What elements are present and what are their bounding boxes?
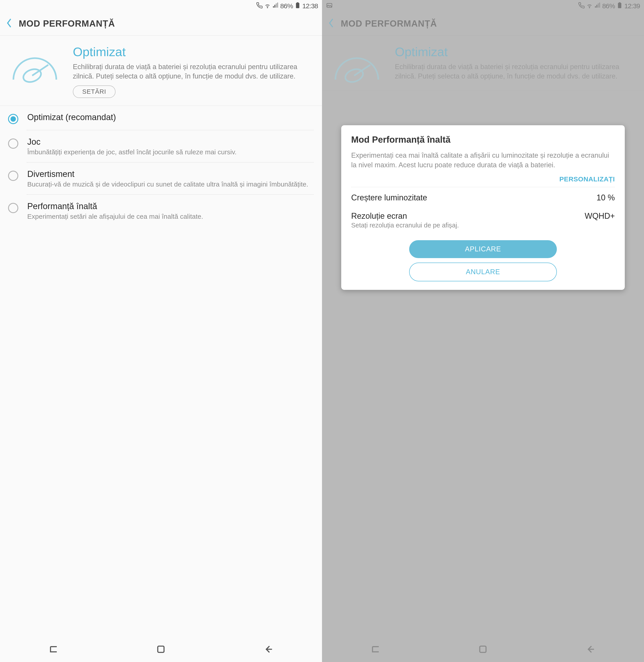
screen-left: 86% 12:38 MOD PERFORMANȚĂ xyxy=(0,0,322,662)
cancel-button[interactable]: ANULARE xyxy=(409,263,557,281)
hero-title: Optimizat xyxy=(73,45,314,59)
performance-dialog: Mod Performanță înaltă Experimentați cea… xyxy=(341,125,625,290)
option-performanta-inalta[interactable]: Performanță înaltă Experimentați setări … xyxy=(0,195,322,226)
customize-link[interactable]: PERSONALIZAȚI xyxy=(351,173,615,187)
svg-rect-2 xyxy=(297,2,299,3)
radio-icon[interactable] xyxy=(8,171,18,181)
apply-button[interactable]: APLICARE xyxy=(409,240,557,258)
option-title: Optimizat (recomandat) xyxy=(27,112,314,122)
dialog-description: Experimentați cea mai înaltă calitate a … xyxy=(351,151,615,170)
option-title: Performanță înaltă xyxy=(27,201,314,211)
option-desc: Îmbunătățiți experiența de joc, astfel î… xyxy=(27,148,314,156)
svg-rect-1 xyxy=(296,3,299,8)
brightness-row[interactable]: Creștere luminozitate 10 % xyxy=(351,187,615,202)
svg-rect-5 xyxy=(158,646,164,653)
option-joc[interactable]: Joc Îmbunătățiți experiența de joc, astf… xyxy=(0,130,322,162)
radio-icon[interactable] xyxy=(8,138,18,149)
radio-selected-icon[interactable] xyxy=(8,114,18,124)
dialog-title: Mod Performanță înaltă xyxy=(351,135,615,145)
option-title: Joc xyxy=(27,137,314,147)
option-desc: Bucurați-vă de muzică și de videoclipuri… xyxy=(27,180,314,189)
nav-bar xyxy=(0,637,322,662)
option-desc: Experimentați setări ale afișajului de c… xyxy=(27,212,314,221)
hero-description: Echilibrați durata de viață a bateriei ș… xyxy=(73,62,314,81)
settings-button[interactable]: SETĂRI xyxy=(73,85,116,98)
option-divertisment[interactable]: Divertisment Bucurați-vă de muzică și de… xyxy=(0,162,322,194)
hero-section: Optimizat Echilibrați durata de viață a … xyxy=(0,36,322,106)
screen-right: 86% 12:39 MOD PERFORMANȚĂ xyxy=(322,0,644,662)
brightness-value: 10 % xyxy=(596,193,615,202)
dialog-scrim[interactable]: Mod Performanță înaltă Experimentați cea… xyxy=(322,0,644,662)
resolution-label: Rezoluție ecran xyxy=(351,211,407,221)
radio-icon[interactable] xyxy=(8,203,18,213)
wifi-icon xyxy=(264,2,271,10)
battery-percentage: 86% xyxy=(280,2,293,10)
page-title: MOD PERFORMANȚĂ xyxy=(19,19,115,29)
options-list: Optimizat (recomandat) Joc Îmbunătățiți … xyxy=(0,106,322,226)
gauge-icon xyxy=(8,45,66,98)
resolution-value: WQHD+ xyxy=(585,211,615,221)
resolution-sub: Setați rezoluția ecranului de pe afișaj. xyxy=(351,221,615,233)
signal-icon xyxy=(272,2,279,10)
battery-icon xyxy=(294,2,301,10)
svg-point-0 xyxy=(267,7,268,8)
status-bar: 86% 12:38 xyxy=(0,0,322,12)
option-title: Divertisment xyxy=(27,169,314,179)
resolution-row[interactable]: Rezoluție ecran WQHD+ xyxy=(351,205,615,221)
back-icon[interactable] xyxy=(6,18,13,29)
back-nav-icon[interactable] xyxy=(262,643,275,656)
clock: 12:38 xyxy=(302,2,318,10)
header: MOD PERFORMANȚĂ xyxy=(0,12,322,36)
voice-call-icon xyxy=(256,2,263,10)
option-optimizat[interactable]: Optimizat (recomandat) xyxy=(0,106,322,130)
home-icon[interactable] xyxy=(155,643,167,656)
brightness-label: Creștere luminozitate xyxy=(351,193,427,202)
recents-icon[interactable] xyxy=(47,643,60,656)
